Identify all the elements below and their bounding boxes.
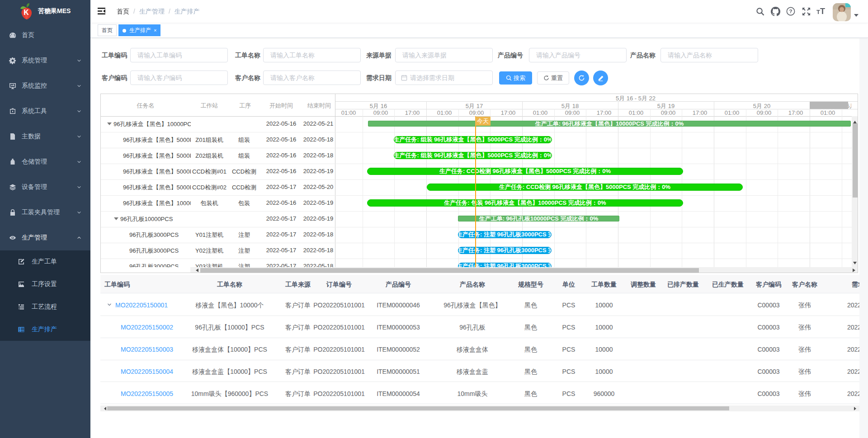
svg-text:K: K: [24, 9, 29, 16]
svg-text:T: T: [816, 9, 820, 15]
svg-text:?: ?: [789, 9, 792, 14]
svg-text:T: T: [820, 7, 825, 15]
